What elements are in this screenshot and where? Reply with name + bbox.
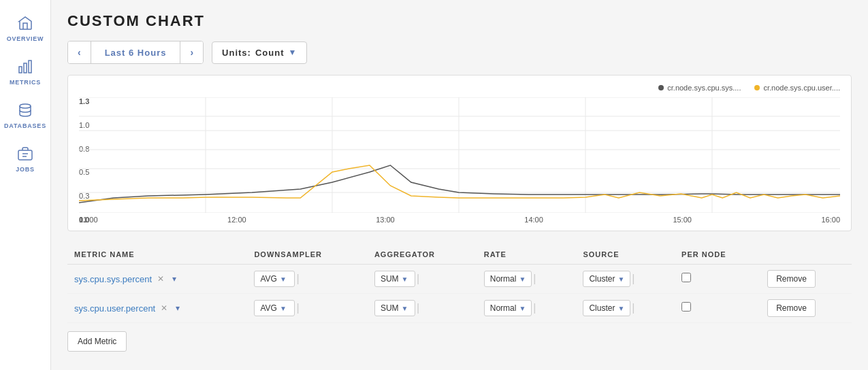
aggregator-cell-2: SUM ▼ |	[368, 294, 477, 323]
downsampler-arrow-1: ▼	[280, 275, 287, 283]
col-source: Source	[576, 245, 675, 265]
svg-rect-1	[24, 63, 27, 73]
metric-dropdown-1[interactable]: ▾	[170, 273, 179, 285]
jobs-icon	[17, 146, 33, 163]
rate-arrow-1: ▼	[519, 275, 526, 283]
source-select-2[interactable]: Cluster ▼	[583, 300, 630, 316]
x-label-16: 16:00	[821, 216, 840, 224]
rate-cell-1: Normal ▼ |	[477, 265, 577, 294]
remove-button-1[interactable]: Remove	[767, 270, 816, 288]
legend-label-sys: cr.node.sys.cpu.sys....	[667, 84, 741, 92]
remove-button-2[interactable]: Remove	[767, 299, 816, 317]
aggregator-select-2[interactable]: SUM ▼	[374, 300, 415, 316]
svg-rect-4	[18, 150, 32, 160]
divider-2a: |	[295, 302, 300, 314]
x-label-15: 15:00	[673, 216, 692, 224]
chart-line-user	[79, 165, 840, 201]
metric-name-cell: sys.cpu.sys.percent ✕ ▾	[67, 265, 247, 294]
home-icon	[17, 15, 33, 33]
downsampler-select-1[interactable]: AVG ▼	[254, 271, 295, 287]
sidebar-item-databases[interactable]: Databases	[0, 94, 50, 137]
source-cell-2: Cluster ▼ |	[576, 294, 675, 323]
metric-remove-tag-1[interactable]: ✕	[155, 273, 167, 285]
svg-rect-2	[29, 61, 31, 73]
time-prev-button[interactable]: ‹	[68, 41, 91, 63]
page-title: Custom Chart	[67, 12, 852, 30]
units-prefix: Units:	[222, 48, 251, 58]
downsampler-cell-2: AVG ▼ |	[247, 294, 367, 323]
col-rate: Rate	[477, 245, 577, 265]
sidebar-item-overview[interactable]: Overview	[0, 7, 50, 50]
x-axis-labels: 11:00 12:00 13:00 14:00 15:00 16:00	[79, 216, 840, 224]
sidebar-item-databases-label: Databases	[4, 122, 46, 129]
col-metric-name: Metric Name	[67, 245, 247, 265]
time-range-label: Last 6 Hours	[91, 41, 181, 63]
sidebar-item-jobs[interactable]: Jobs	[0, 137, 50, 181]
metric-dropdown-2[interactable]: ▾	[173, 302, 182, 314]
remove-cell-2: Remove	[760, 294, 852, 323]
metric-name-link-2[interactable]: sys.cpu.user.percent	[74, 303, 155, 314]
divider-2d: |	[630, 302, 636, 314]
per-node-cell-2	[675, 294, 760, 323]
divider-1d: |	[630, 273, 636, 285]
metric-name-link-1[interactable]: sys.cpu.sys.percent	[74, 274, 152, 284]
legend-label-user: cr.node.sys.cpu.user....	[763, 84, 840, 92]
rate-arrow-2: ▼	[519, 305, 526, 312]
rate-select-1[interactable]: Normal ▼	[484, 271, 532, 287]
source-arrow-2: ▼	[617, 305, 624, 312]
svg-point-3	[20, 104, 31, 108]
downsampler-arrow-2: ▼	[280, 305, 287, 312]
database-icon	[17, 102, 33, 120]
main-content: Custom Chart ‹ Last 6 Hours › Units: Cou…	[51, 0, 868, 370]
svg-rect-0	[19, 67, 22, 73]
sidebar: Overview Metrics Databases Jobs	[0, 0, 51, 370]
sidebar-item-metrics-label: Metrics	[10, 79, 41, 86]
divider-1a: |	[295, 273, 300, 285]
x-label-13: 13:00	[376, 216, 395, 224]
metrics-table: Metric Name Downsampler Aggregator Rate …	[67, 245, 852, 323]
sidebar-item-overview-label: Overview	[7, 35, 44, 42]
chart-icon	[17, 58, 33, 76]
aggregator-cell-1: SUM ▼ |	[368, 265, 477, 294]
aggregator-arrow-1: ▼	[402, 275, 408, 283]
divider-1b: |	[415, 273, 421, 285]
downsampler-select-2[interactable]: AVG ▼	[254, 300, 295, 316]
source-arrow-1: ▼	[617, 275, 624, 283]
col-actions	[760, 245, 852, 265]
col-aggregator: Aggregator	[368, 245, 477, 265]
source-cell-1: Cluster ▼ |	[576, 265, 675, 294]
time-navigation: ‹ Last 6 Hours ›	[67, 41, 204, 64]
per-node-checkbox-1[interactable]	[681, 273, 691, 282]
units-dropdown-arrow: ▼	[288, 48, 297, 57]
aggregator-select-1[interactable]: SUM ▼	[374, 271, 415, 287]
aggregator-arrow-2: ▼	[402, 305, 408, 312]
units-dropdown[interactable]: Units: Count ▼	[212, 41, 307, 64]
per-node-checkbox-2[interactable]	[681, 302, 691, 312]
sidebar-item-jobs-label: Jobs	[16, 166, 35, 173]
source-select-1[interactable]: Cluster ▼	[583, 271, 630, 287]
units-value: Count	[255, 48, 285, 58]
add-metric-button[interactable]: Add Metric	[67, 331, 127, 352]
remove-cell-1: Remove	[760, 265, 852, 294]
chart-svg	[79, 97, 840, 213]
legend-dot-sys	[658, 85, 664, 90]
per-node-cell-1	[675, 265, 760, 294]
rate-select-2[interactable]: Normal ▼	[484, 300, 532, 316]
sidebar-item-metrics[interactable]: Metrics	[0, 50, 50, 94]
legend-item-user: cr.node.sys.cpu.user....	[754, 84, 840, 92]
time-controls: ‹ Last 6 Hours › Units: Count ▼	[67, 41, 852, 64]
divider-2b: |	[415, 302, 421, 314]
metric-name-cell: sys.cpu.user.percent ✕ ▾	[67, 294, 247, 323]
chart-legend: cr.node.sys.cpu.sys.... cr.node.sys.cpu.…	[79, 84, 840, 92]
col-downsampler: Downsampler	[247, 245, 367, 265]
x-label-14: 14:00	[524, 216, 543, 224]
divider-1c: |	[532, 273, 537, 285]
table-row: sys.cpu.sys.percent ✕ ▾ AVG ▼ |	[67, 265, 852, 294]
x-label-11: 11:00	[79, 216, 98, 224]
legend-item-sys: cr.node.sys.cpu.sys....	[658, 84, 741, 92]
divider-2c: |	[532, 302, 537, 314]
x-label-12: 12:00	[227, 216, 246, 224]
time-next-button[interactable]: ›	[180, 41, 203, 63]
chart-container: cr.node.sys.cpu.sys.... cr.node.sys.cpu.…	[67, 75, 852, 231]
metric-remove-tag-2[interactable]: ✕	[158, 302, 170, 314]
